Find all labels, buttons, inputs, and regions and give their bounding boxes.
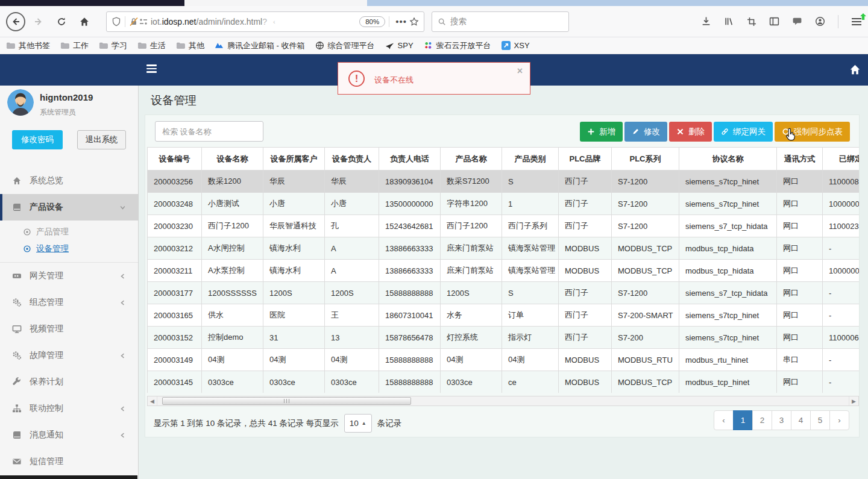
bookmark-item[interactable]: 工作 xyxy=(60,40,89,51)
sidebar-item-系统总览[interactable]: 系统总览 xyxy=(0,167,138,194)
device-search-input[interactable] xyxy=(155,121,263,142)
tabstrip-active-tab[interactable] xyxy=(184,0,367,6)
delete-button[interactable]: 删除 xyxy=(669,122,712,142)
column-header[interactable]: PLC系列 xyxy=(612,148,679,171)
edit-button[interactable]: 修改 xyxy=(624,122,667,142)
next-page-button[interactable]: › xyxy=(829,410,849,430)
bookmark-item[interactable]: XSY xyxy=(502,41,530,50)
table-cell: 小唐 xyxy=(263,193,325,215)
bookmark-item[interactable]: 其他书签 xyxy=(6,40,50,51)
zoom-level-badge[interactable]: 80% xyxy=(359,16,385,27)
app-home-icon[interactable] xyxy=(849,64,861,75)
table-row[interactable]: 20000314904测04测04测1588888888804测04测MODBU… xyxy=(148,349,860,371)
bookmark-item[interactable]: 学习 xyxy=(99,40,127,51)
column-header[interactable]: 协议名称 xyxy=(679,148,777,171)
page-size-select[interactable]: 10 ▲ xyxy=(344,414,372,433)
avatar[interactable] xyxy=(7,89,34,116)
sidebar-item-网关管理[interactable]: 网关管理 xyxy=(0,263,138,289)
bookmark-item[interactable]: 萤石云开放平台 xyxy=(424,40,491,51)
column-header[interactable]: 产品类别 xyxy=(502,148,559,171)
page-button-2[interactable]: 2 xyxy=(752,410,772,430)
table-row[interactable]: 200003165供水医院王18607310041水务订单西门子S7-200-S… xyxy=(148,304,860,327)
message-bubble-icon[interactable] xyxy=(792,16,802,27)
column-header[interactable]: 产品名称 xyxy=(441,148,502,171)
page-button-5[interactable]: 5 xyxy=(810,410,830,430)
url-bar[interactable]: iot.idosp.net/admin/index.html? ‹ 80% ••… xyxy=(106,11,424,32)
column-header[interactable]: 设备编号 xyxy=(148,148,202,171)
bookmark-item[interactable]: 生活 xyxy=(137,40,166,51)
column-header[interactable]: 设备所属客户 xyxy=(263,148,325,171)
sidebar-item-故障管理[interactable]: 故障管理 xyxy=(0,342,138,369)
scrollbar-thumb[interactable] xyxy=(162,397,411,405)
menu-button[interactable] xyxy=(851,17,862,27)
column-header[interactable]: 已绑定网关 xyxy=(823,148,860,171)
search-icon xyxy=(438,17,446,26)
page-button-1[interactable]: 1 xyxy=(733,410,753,430)
permissions-icon[interactable] xyxy=(139,17,148,27)
tencent-icon xyxy=(215,41,224,50)
table-row[interactable]: 200003230西门子1200华辰智通科技孔15243642681西门子120… xyxy=(148,215,860,237)
sidebar-item-组态管理[interactable]: 组态管理 xyxy=(0,289,138,316)
table-row[interactable]: 200003152控制demo311315878656478灯控系统指示灯西门子… xyxy=(148,327,860,349)
sidebar-toggle-icon[interactable] xyxy=(769,16,779,27)
bind-gateway-button[interactable]: 绑定网关 xyxy=(714,122,773,142)
bookmark-star-icon[interactable] xyxy=(409,17,419,27)
column-header[interactable]: 设备负责人 xyxy=(325,148,379,171)
table-cell: 华辰 xyxy=(325,171,379,193)
table-cell: MODBUS xyxy=(559,349,612,371)
tracking-shield-icon[interactable] xyxy=(112,17,121,27)
table-row[interactable]: 200003248小唐测试小唐小唐13500000000字符串12001西门子S… xyxy=(148,193,860,215)
sidebar-item-短信管理[interactable]: 短信管理 xyxy=(0,448,138,475)
bookmark-item[interactable]: 其他 xyxy=(176,40,204,51)
logout-button[interactable]: 退出系统 xyxy=(77,130,126,149)
bookmark-item[interactable]: 综合管理平台 xyxy=(315,40,375,51)
back-button[interactable] xyxy=(6,12,25,31)
sidebar-collapse-button[interactable] xyxy=(146,64,157,75)
table-cell: S7-1200 xyxy=(612,215,679,237)
sidebar-item-保养计划[interactable]: 保养计划 xyxy=(0,369,138,395)
table-cell: 200003230 xyxy=(148,215,202,237)
column-header[interactable]: 通讯方式 xyxy=(777,148,823,171)
reload-button[interactable] xyxy=(52,12,71,31)
table-row[interactable]: 2000031771200SSSSSS1200S1200S15888888888… xyxy=(148,282,860,304)
browser-search-bar[interactable]: 搜索 xyxy=(432,11,569,32)
scroll-right-arrow-icon[interactable]: ▶ xyxy=(849,396,858,405)
sidebar-subitem-产品管理[interactable]: 产品管理 xyxy=(0,224,138,240)
horizontal-scrollbar[interactable]: ◀ ▶ xyxy=(147,396,859,406)
page-actions-icon[interactable]: ••• xyxy=(395,16,407,27)
change-password-button[interactable]: 修改密码 xyxy=(12,130,63,149)
table-cell: 西门子 xyxy=(559,171,612,193)
table-cell: 小唐测试 xyxy=(202,193,263,215)
table-row[interactable]: 200003212A水闸控制镇海水利A13886663333庶来门前泵站镇海泵站… xyxy=(148,237,860,260)
sidebar-item-视频管理[interactable]: 视频管理 xyxy=(0,316,138,342)
table-row[interactable]: 2000031450303ce0303ce0303ce1588888888803… xyxy=(148,371,860,393)
column-header[interactable]: 设备名称 xyxy=(202,148,263,171)
pencil-icon xyxy=(632,128,640,136)
column-header[interactable]: 负责人电话 xyxy=(379,148,441,171)
sidebar-item-联动控制[interactable]: 联动控制 xyxy=(0,395,138,422)
column-header[interactable]: PLC品牌 xyxy=(559,148,612,171)
add-button[interactable]: 新增 xyxy=(580,122,623,142)
sidebar-item-消息通知[interactable]: 消息通知 xyxy=(0,422,138,448)
screenshot-icon[interactable] xyxy=(747,17,756,27)
bookmark-item[interactable]: SPY xyxy=(385,41,414,50)
force-sync-button[interactable]: 强制同步点表 xyxy=(775,122,850,142)
table-row[interactable]: 200003211A水泵控制镇海水利A13886663333庶来门前泵站镇海泵站… xyxy=(148,260,860,282)
account-icon[interactable] xyxy=(815,16,825,27)
forward-button[interactable] xyxy=(29,12,48,31)
library-icon[interactable] xyxy=(724,16,734,27)
page-button-4[interactable]: 4 xyxy=(791,410,811,430)
home-button[interactable] xyxy=(75,12,94,31)
scroll-left-arrow-icon[interactable]: ◀ xyxy=(148,396,157,405)
sidebar-subitem-设备管理[interactable]: 设备管理 xyxy=(0,240,138,257)
bookmark-item[interactable]: 腾讯企业邮箱 - 收件箱 xyxy=(215,40,305,51)
bookmark-label: 腾讯企业邮箱 - 收件箱 xyxy=(227,40,305,51)
insecure-lock-icon[interactable] xyxy=(129,17,139,27)
prev-page-button[interactable]: ‹ xyxy=(714,410,734,430)
table-row[interactable]: 200003256数采1200华辰华辰18390936104数采S71200S西… xyxy=(148,171,860,193)
alert-close-icon[interactable]: × xyxy=(517,66,523,77)
page-button-3[interactable]: 3 xyxy=(772,410,791,430)
sidebar-item-产品设备[interactable]: 产品设备 xyxy=(0,194,138,221)
url-text[interactable]: iot.idosp.net/admin/index.html? xyxy=(151,17,267,27)
download-icon[interactable] xyxy=(701,16,711,27)
